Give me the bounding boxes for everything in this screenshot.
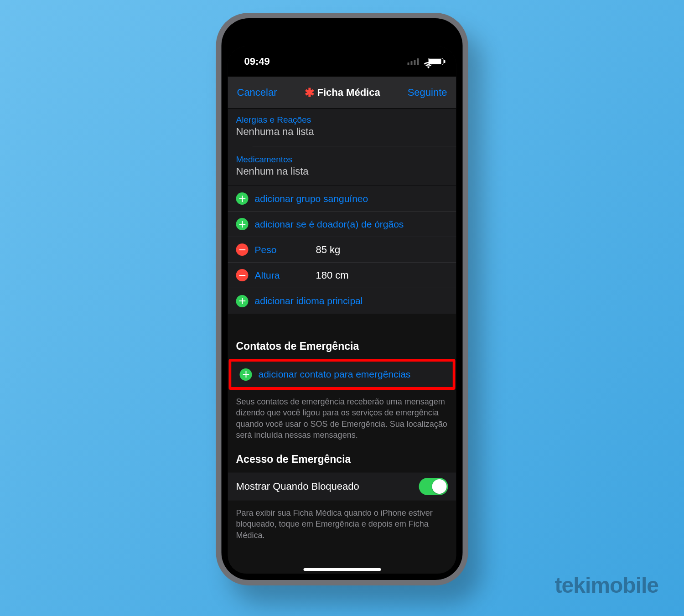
plus-icon: [240, 368, 252, 381]
nav-bar: Cancelar ✱ Ficha Médica Seguinte: [228, 77, 456, 109]
allergies-value[interactable]: Nenhuma na lista: [228, 126, 456, 146]
toggle-knob: [432, 479, 447, 494]
svg-rect-1: [239, 275, 245, 276]
section-gap: [228, 314, 456, 332]
weight-value[interactable]: 85 kg: [316, 244, 341, 256]
nav-title-text: Ficha Médica: [317, 87, 380, 98]
status-icons: [408, 58, 444, 65]
medications-value[interactable]: Nenhum na lista: [228, 166, 456, 186]
minus-icon[interactable]: [236, 269, 249, 281]
weight-label: Peso: [255, 244, 310, 255]
content-scroll[interactable]: Alergias e Reações Nenhuma na lista Medi…: [228, 109, 456, 574]
add-emergency-contact-row[interactable]: adicionar contato para emergências: [232, 362, 453, 387]
add-organ-donor-label: adicionar se é doador(a) de órgãos: [255, 219, 404, 230]
add-organ-donor-row[interactable]: adicionar se é doador(a) de órgãos: [228, 212, 456, 237]
emergency-contacts-header: Contatos de Emergência: [228, 332, 456, 359]
emergency-access-header: Acesso de Emergência: [228, 450, 456, 472]
emergency-access-note: Para exibir sua Ficha Médica quando o iP…: [228, 501, 456, 551]
add-blood-type-row[interactable]: adicionar grupo sanguíneo: [228, 186, 456, 212]
svg-rect-0: [239, 249, 245, 250]
add-language-label: adicionar idioma principal: [255, 295, 363, 306]
add-blood-type-label: adicionar grupo sanguíneo: [255, 193, 368, 204]
show-when-locked-row[interactable]: Mostrar Quando Bloqueado: [228, 472, 456, 501]
add-emergency-contact-label: adicionar contato para emergências: [259, 369, 411, 380]
add-language-row[interactable]: adicionar idioma principal: [228, 288, 456, 314]
emergency-contacts-note: Seus contatos de emergência receberão um…: [228, 390, 456, 450]
home-indicator[interactable]: [303, 568, 381, 571]
status-time: 09:49: [244, 56, 270, 67]
show-when-locked-label: Mostrar Quando Bloqueado: [236, 481, 359, 492]
plus-icon: [236, 218, 249, 230]
height-label: Altura: [255, 270, 310, 281]
weight-row[interactable]: Peso 85 kg: [228, 237, 456, 263]
battery-icon: [428, 58, 444, 65]
status-bar: 09:49: [228, 47, 456, 77]
allergies-label: Alergias e Reações: [228, 110, 456, 126]
allergies-section: Alergias e Reações Nenhuma na lista Medi…: [228, 109, 456, 186]
next-button[interactable]: Seguinte: [408, 87, 447, 98]
height-value[interactable]: 180 cm: [316, 269, 349, 281]
cellular-signal-icon: [408, 58, 419, 65]
minus-icon[interactable]: [236, 243, 249, 256]
plus-icon: [236, 295, 249, 307]
show-when-locked-toggle[interactable]: [419, 478, 448, 495]
nav-title: ✱ Ficha Médica: [305, 87, 380, 98]
plus-icon: [236, 192, 249, 205]
cancel-button[interactable]: Cancelar: [237, 87, 277, 98]
watermark-logo: tekimobile: [555, 573, 658, 598]
medical-asterisk-icon: ✱: [305, 87, 315, 98]
medical-fields-list: adicionar grupo sanguíneo adicionar se é…: [228, 186, 456, 314]
screen: 09:49: [228, 47, 456, 574]
phone-frame: 09:49: [216, 13, 468, 585]
height-row[interactable]: Altura 180 cm: [228, 263, 456, 288]
highlight-callout: adicionar contato para emergências: [229, 359, 456, 390]
medications-label: Medicamentos: [228, 146, 456, 166]
